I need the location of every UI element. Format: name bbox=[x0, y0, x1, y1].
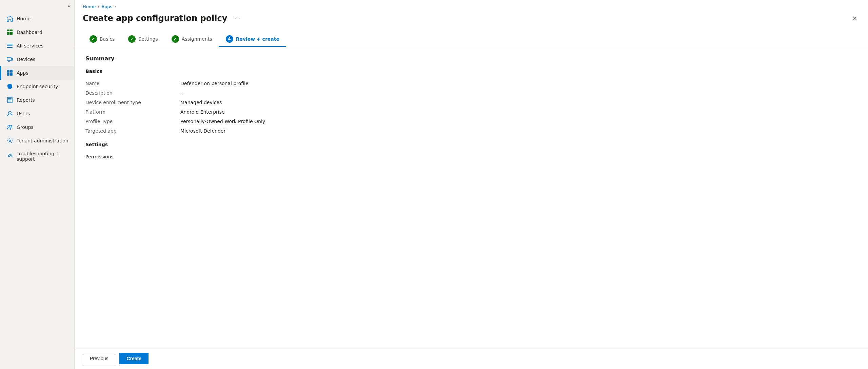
field-label-description: Description bbox=[85, 90, 180, 96]
svg-rect-3 bbox=[10, 32, 13, 35]
collapse-icon: « bbox=[67, 3, 71, 9]
field-value-enrollment: Managed devices bbox=[180, 100, 222, 105]
previous-button[interactable]: Previous bbox=[83, 353, 115, 364]
field-profile-type: Profile Type Personally-Owned Work Profi… bbox=[85, 119, 857, 124]
step-circle-basics: ✓ bbox=[90, 35, 97, 43]
sidebar-item-label-apps: Apps bbox=[17, 70, 28, 76]
breadcrumb-home[interactable]: Home bbox=[83, 4, 96, 9]
field-platform: Platform Android Enterprise bbox=[85, 109, 857, 115]
step-number-review: 4 bbox=[228, 37, 231, 41]
breadcrumb-sep-1: › bbox=[98, 4, 99, 9]
page-header: Create app configuration policy ··· ✕ bbox=[75, 11, 868, 28]
svg-point-22 bbox=[9, 140, 11, 142]
settings-section: Settings Permissions bbox=[85, 142, 857, 159]
sidebar-item-label-users: Users bbox=[17, 111, 30, 116]
groups-icon bbox=[6, 124, 13, 131]
permissions-label: Permissions bbox=[85, 154, 857, 159]
sidebar-item-reports[interactable]: Reports bbox=[0, 93, 74, 107]
sidebar-item-label-troubleshooting: Troubleshooting + support bbox=[17, 151, 69, 162]
step-label-settings: Settings bbox=[138, 36, 158, 42]
page-title: Create app configuration policy bbox=[83, 14, 227, 23]
breadcrumb-sep-2: › bbox=[114, 4, 116, 9]
sidebar-collapse-button[interactable]: « bbox=[0, 0, 74, 12]
field-value-platform: Android Enterprise bbox=[180, 109, 225, 115]
sidebar-item-tenant-admin[interactable]: Tenant administration bbox=[0, 134, 74, 148]
step-settings[interactable]: ✓ Settings bbox=[121, 31, 164, 47]
field-label-profile-type: Profile Type bbox=[85, 119, 180, 124]
sidebar-item-label-allservices: All services bbox=[17, 43, 43, 48]
sidebar-item-all-services[interactable]: All services bbox=[0, 39, 74, 53]
sidebar-item-label-reports: Reports bbox=[17, 97, 35, 103]
sidebar-item-home[interactable]: Home bbox=[0, 12, 74, 25]
sidebar-item-label-endpoint: Endpoint security bbox=[17, 84, 58, 89]
sidebar-item-label-devices: Devices bbox=[17, 57, 35, 62]
create-button[interactable]: Create bbox=[119, 353, 149, 364]
sidebar-item-endpoint-security[interactable]: Endpoint security bbox=[0, 80, 74, 93]
step-basics[interactable]: ✓ Basics bbox=[83, 31, 121, 47]
field-value-profile-type: Personally-Owned Work Profile Only bbox=[180, 119, 265, 124]
dashboard-icon bbox=[6, 29, 13, 36]
tenant-admin-icon bbox=[6, 137, 13, 144]
svg-rect-6 bbox=[7, 47, 13, 48]
sidebar-item-label-groups: Groups bbox=[17, 124, 34, 130]
breadcrumb: Home › Apps › bbox=[75, 0, 868, 11]
bottom-bar: Previous Create bbox=[75, 348, 868, 369]
field-name: Name Defender on personal profile bbox=[85, 81, 857, 86]
step-label-basics: Basics bbox=[100, 36, 115, 42]
step-label-assignments: Assignments bbox=[182, 36, 212, 42]
more-options-button[interactable]: ··· bbox=[231, 13, 242, 23]
svg-point-21 bbox=[10, 125, 12, 127]
step-circle-review: 4 bbox=[226, 35, 233, 43]
svg-rect-13 bbox=[7, 73, 9, 76]
svg-rect-1 bbox=[10, 30, 13, 31]
close-button[interactable]: ✕ bbox=[849, 13, 860, 23]
step-check-assignments: ✓ bbox=[174, 37, 177, 41]
svg-rect-23 bbox=[8, 154, 11, 157]
basics-section-title: Basics bbox=[85, 69, 857, 76]
svg-rect-7 bbox=[7, 57, 11, 60]
field-description: Description -- bbox=[85, 90, 857, 96]
field-label-enrollment: Device enrollment type bbox=[85, 100, 180, 105]
step-circle-settings: ✓ bbox=[128, 35, 136, 43]
svg-rect-14 bbox=[10, 73, 13, 76]
sidebar-item-dashboard[interactable]: Dashboard bbox=[0, 25, 74, 39]
step-review-create[interactable]: 4 Review + create bbox=[219, 31, 286, 47]
sidebar-item-label-home: Home bbox=[17, 16, 31, 21]
sidebar-item-devices[interactable]: Devices bbox=[0, 53, 74, 66]
svg-rect-11 bbox=[7, 70, 9, 73]
sidebar-item-groups[interactable]: Groups bbox=[0, 120, 74, 134]
step-circle-assignments: ✓ bbox=[172, 35, 179, 43]
svg-rect-0 bbox=[7, 30, 9, 31]
field-value-description: -- bbox=[180, 90, 184, 96]
sidebar-item-apps[interactable]: Apps bbox=[0, 66, 74, 80]
field-value-name: Defender on personal profile bbox=[180, 81, 249, 86]
field-value-targeted-app: Microsoft Defender bbox=[180, 128, 225, 134]
step-assignments[interactable]: ✓ Assignments bbox=[165, 31, 219, 47]
svg-rect-16 bbox=[8, 98, 12, 99]
svg-rect-5 bbox=[7, 45, 13, 46]
sidebar-item-troubleshooting[interactable]: Troubleshooting + support bbox=[0, 148, 74, 165]
apps-icon bbox=[6, 70, 13, 76]
all-services-icon bbox=[6, 42, 13, 49]
content-area: Summary Basics Name Defender on personal… bbox=[75, 47, 868, 348]
field-label-targeted-app: Targeted app bbox=[85, 128, 180, 134]
step-label-review: Review + create bbox=[236, 36, 279, 42]
svg-rect-4 bbox=[7, 44, 13, 44]
field-enrollment-type: Device enrollment type Managed devices bbox=[85, 100, 857, 105]
breadcrumb-apps[interactable]: Apps bbox=[101, 4, 112, 9]
svg-rect-17 bbox=[8, 100, 12, 100]
wizard-steps: ✓ Basics ✓ Settings ✓ Assignments 4 Revi… bbox=[75, 28, 868, 47]
sidebar-item-users[interactable]: Users bbox=[0, 107, 74, 120]
sidebar-item-label-dashboard: Dashboard bbox=[17, 30, 42, 35]
summary-title: Summary bbox=[85, 55, 857, 62]
sidebar: « Home Dashboard All se bbox=[0, 0, 75, 369]
svg-rect-2 bbox=[7, 32, 9, 35]
step-check-basics: ✓ bbox=[92, 37, 95, 41]
endpoint-security-icon bbox=[6, 83, 13, 90]
settings-section-title: Settings bbox=[85, 142, 857, 149]
svg-rect-18 bbox=[8, 101, 11, 101]
users-icon bbox=[6, 110, 13, 117]
main-panel: Home › Apps › Create app configuration p… bbox=[75, 0, 868, 369]
svg-rect-8 bbox=[11, 58, 13, 60]
home-icon bbox=[6, 15, 13, 22]
